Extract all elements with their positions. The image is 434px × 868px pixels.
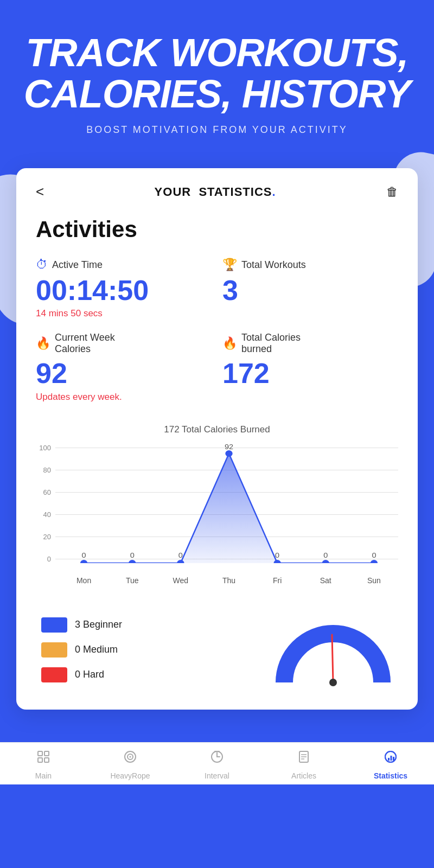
card-header: < YOUR STATISTICS. 🗑 <box>36 183 398 200</box>
svg-line-15 <box>332 635 333 682</box>
chart-svg: 0 0 0 92 0 0 0 <box>60 444 398 563</box>
x-axis: Mon Tue Wed Thu Fri Sat Sun <box>60 576 398 585</box>
legend-beginner-label: 3 Beginner <box>75 619 122 630</box>
svg-rect-36 <box>391 756 392 761</box>
svg-rect-20 <box>44 758 49 762</box>
nav-articles-label: Articles <box>291 771 316 780</box>
svg-point-4 <box>225 450 232 457</box>
week-calories-label: 🔥 Current WeekCalories <box>36 332 212 355</box>
legend-medium: 0 Medium <box>41 642 122 658</box>
bottom-nav: Main HeavyRope I <box>0 742 434 784</box>
total-calories-block: 🔥 Total Caloriesburned 172 <box>222 332 398 402</box>
svg-point-6 <box>322 560 329 563</box>
title-dot: . <box>272 185 276 199</box>
hero-subtitle: BOOST MOTIVATION FROM YOUR ACTIVITY <box>22 124 412 136</box>
activities-title: Activities <box>36 216 398 242</box>
nav-heavyrope-label: HeavyRope <box>110 771 150 780</box>
svg-text:0: 0 <box>178 551 183 559</box>
legend-donut-section: 3 Beginner 0 Medium 0 Hard <box>36 612 398 688</box>
chart-section: 172 Total Calories Burned 100 80 60 40 2… <box>36 424 398 585</box>
active-time-value: 00:14:50 <box>36 275 212 306</box>
interval-icon <box>209 749 225 768</box>
day-fri: Fri <box>261 576 293 585</box>
nav-interval[interactable]: Interval <box>174 749 260 780</box>
svg-point-7 <box>371 560 378 563</box>
legend-hard: 0 Hard <box>41 667 122 682</box>
legend-hard-label: 0 Hard <box>75 669 104 680</box>
day-wed: Wed <box>164 576 197 585</box>
nav-statistics-label: Statistics <box>374 771 407 780</box>
clock-icon: ⏱ <box>36 258 48 272</box>
svg-rect-37 <box>393 757 394 761</box>
total-calories-value: 172 <box>222 358 398 389</box>
total-workouts-label: 🏆 Total Workouts <box>222 258 398 272</box>
svg-text:0: 0 <box>130 551 135 559</box>
hero-title: TRACK WORKOUTS, CALORIES, HISTORY <box>22 33 412 114</box>
svg-text:0: 0 <box>372 551 376 559</box>
day-sat: Sat <box>309 576 342 585</box>
svg-text:0: 0 <box>82 551 86 559</box>
active-time-label: ⏱ Active Time <box>36 258 212 272</box>
chart-container: 100 80 60 40 20 0 <box>36 444 398 585</box>
fire-icon-1: 🔥 <box>36 336 50 350</box>
svg-rect-19 <box>38 758 42 762</box>
svg-rect-18 <box>44 751 49 756</box>
nav-heavyrope[interactable]: HeavyRope <box>87 749 174 780</box>
trophy-icon: 🏆 <box>222 258 237 272</box>
svg-point-16 <box>329 679 337 686</box>
active-time-sub: 14 mins 50 secs <box>36 308 212 319</box>
svg-point-23 <box>130 756 131 757</box>
delete-button[interactable]: 🗑 <box>386 185 398 199</box>
legend-beginner: 3 Beginner <box>41 617 122 633</box>
nav-statistics[interactable]: Statistics <box>347 749 434 780</box>
week-calories-block: 🔥 Current WeekCalories 92 Updates every … <box>36 332 212 402</box>
total-workouts-value: 3 <box>222 275 398 306</box>
articles-icon <box>296 749 311 768</box>
svg-point-2 <box>129 560 136 563</box>
legend-color-blue <box>41 617 67 633</box>
heavyrope-icon <box>123 749 138 768</box>
nav-main-label: Main <box>35 771 52 780</box>
total-workouts-block: 🏆 Total Workouts 3 <box>222 258 398 319</box>
donut-chart <box>273 612 393 688</box>
total-calories-label: 🔥 Total Caloriesburned <box>222 332 398 355</box>
back-button[interactable]: < <box>36 183 44 200</box>
nav-main[interactable]: Main <box>0 749 87 780</box>
svg-rect-17 <box>38 751 42 756</box>
statistics-icon <box>383 749 398 768</box>
svg-text:92: 92 <box>225 444 233 451</box>
svg-text:0: 0 <box>275 551 279 559</box>
legend-color-orange <box>41 642 67 658</box>
chart-title: 172 Total Calories Burned <box>36 424 398 435</box>
svg-text:0: 0 <box>323 551 328 559</box>
svg-rect-35 <box>388 758 390 761</box>
active-time-block: ⏱ Active Time 00:14:50 14 mins 50 secs <box>36 258 212 319</box>
statistics-card: < YOUR STATISTICS. 🗑 Activities ⏱ Active… <box>16 168 418 709</box>
day-thu: Thu <box>213 576 245 585</box>
legend-color-red <box>41 667 67 682</box>
svg-point-1 <box>80 560 87 563</box>
legend: 3 Beginner 0 Medium 0 Hard <box>41 617 122 682</box>
week-calories-sub: Updates every week. <box>36 392 212 403</box>
day-tue: Tue <box>116 576 149 585</box>
svg-marker-0 <box>84 454 374 563</box>
fire-icon-2: 🔥 <box>222 336 237 350</box>
nav-interval-label: Interval <box>205 771 229 780</box>
card-title: YOUR STATISTICS. <box>155 185 276 199</box>
stats-grid: ⏱ Active Time 00:14:50 14 mins 50 secs 🏆… <box>36 258 398 402</box>
legend-medium-label: 0 Medium <box>75 644 118 655</box>
nav-articles[interactable]: Articles <box>260 749 347 780</box>
main-icon <box>36 749 51 768</box>
week-calories-value: 92 <box>36 358 212 389</box>
day-sun: Sun <box>358 576 390 585</box>
day-mon: Mon <box>68 576 100 585</box>
